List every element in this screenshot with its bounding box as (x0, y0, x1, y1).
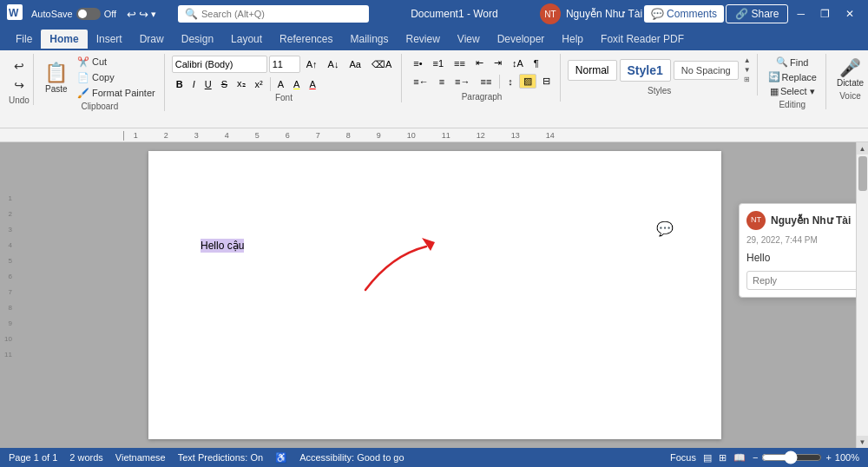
bold-button[interactable]: B (172, 77, 187, 91)
line-num-7: 7 (0, 284, 14, 299)
group-editing: 🔍 Find 🔄 Replace ▦ Select ▾ Editing (760, 54, 826, 109)
tab-mailings[interactable]: Mailings (341, 30, 397, 49)
decrease-font-button[interactable]: A↓ (324, 57, 344, 71)
styles-scroll-down[interactable]: ▼ (743, 65, 752, 75)
group-paragraph: ≡• ≡1 ≡≡ ⇤ ⇥ ↕A ¶ ≡← ≡ ≡→ ≡≡ ↕ ▨ ⊟ Parag… (404, 54, 561, 102)
group-undo: ↩ ↩ Undo (5, 54, 34, 105)
paste-button[interactable]: 📋 Paste (41, 60, 72, 95)
align-center-button[interactable]: ≡ (435, 75, 449, 89)
redo-button-ribbon[interactable]: ↩ (12, 76, 26, 94)
scroll-down-button[interactable]: ▼ (857, 436, 869, 448)
tab-developer[interactable]: Developer (489, 30, 554, 49)
subscript-button[interactable]: x₂ (233, 76, 250, 91)
superscript-button[interactable]: x² (251, 77, 267, 91)
view-layout-icon[interactable]: ▤ (703, 452, 712, 464)
autosave-toggle[interactable] (76, 8, 101, 20)
highlight-button[interactable]: A (289, 77, 304, 91)
tab-layout[interactable]: Layout (222, 30, 271, 49)
borders-button[interactable]: ⊟ (538, 74, 555, 89)
dictate-button[interactable]: 🎤 Dictate (833, 56, 867, 89)
clear-format-button[interactable]: ⌫A (367, 57, 396, 72)
zoom-in-icon[interactable]: + (825, 452, 831, 463)
tab-foxit[interactable]: Foxit Reader PDF (592, 30, 693, 49)
page-content[interactable]: Hello cậu 💬 NT Nguyễn Như Tài ✏️ ••• (148, 151, 721, 411)
cut-button[interactable]: ✂️ Cut (74, 56, 159, 69)
style-1[interactable]: Style1 (620, 59, 671, 82)
redo-button[interactable]: ↩ (139, 8, 148, 21)
focus-button[interactable]: Focus (670, 452, 696, 463)
styles-expand[interactable]: ⊞ (743, 75, 752, 84)
paste-area: 📋 Paste ✂️ Cut 📄 Copy 🖌️ Format Painter (41, 56, 159, 100)
view-grid-icon[interactable]: ⊞ (719, 452, 727, 464)
view-read-icon[interactable]: 📖 (733, 452, 746, 464)
justify-button[interactable]: ≡≡ (476, 75, 496, 89)
align-left-button[interactable]: ≡← (409, 75, 432, 89)
scroll-up-button[interactable]: ▲ (857, 142, 869, 155)
shading-button[interactable]: ▨ (519, 74, 536, 89)
multilevel-button[interactable]: ≡≡ (450, 56, 470, 70)
decrease-indent-button[interactable]: ⇤ (471, 56, 488, 70)
tab-design[interactable]: Design (173, 30, 222, 49)
tab-help[interactable]: Help (553, 30, 592, 49)
share-button[interactable]: 🔗 Share (726, 4, 788, 23)
tab-view[interactable]: View (449, 30, 489, 49)
style-normal[interactable]: Normal (568, 60, 617, 81)
font-color-button[interactable]: A (305, 77, 319, 91)
tab-review[interactable]: Review (398, 30, 449, 49)
document-paragraph[interactable]: Hello cậu (201, 238, 669, 253)
strikethrough-button[interactable]: S (217, 77, 232, 91)
undo-button[interactable]: ↩ (127, 8, 136, 21)
scrollbar-thumb[interactable] (858, 156, 867, 191)
autosave-group: AutoSave Off (31, 8, 116, 20)
close-button[interactable]: ✕ (838, 4, 861, 23)
line-spacing-button[interactable]: ↕ (503, 75, 517, 89)
search-bar: 🔍 (178, 5, 369, 23)
numbering-button[interactable]: ≡1 (429, 56, 449, 70)
tab-references[interactable]: References (271, 30, 341, 49)
font-size-input[interactable] (269, 56, 300, 73)
group-font: A↑ A↓ Aa ⌫A B I U S x₂ x² A A A Font (167, 54, 403, 102)
change-case-button[interactable]: Aa (345, 57, 365, 71)
zoom-out-icon[interactable]: − (753, 452, 758, 463)
italic-button[interactable]: I (188, 77, 200, 91)
restore-button[interactable]: ❐ (813, 4, 837, 23)
group-styles: Normal Style1 No Spacing ▲ ▼ ⊞ Styles (562, 54, 758, 95)
increase-indent-button[interactable]: ⇥ (490, 56, 506, 70)
undo-button-ribbon[interactable]: ↩ (12, 57, 26, 75)
dictate-icon: 🎤 (839, 57, 861, 78)
sort-button[interactable]: ↕A (508, 56, 528, 70)
more-tools-button[interactable]: ▾ (151, 9, 156, 20)
tab-draw[interactable]: Draw (131, 30, 173, 49)
ribbon-tabs: File Home Insert Draw Design Layout Refe… (0, 28, 868, 50)
underline-button[interactable]: U (201, 77, 216, 91)
font-family-input[interactable] (172, 56, 267, 73)
search-input[interactable] (201, 9, 340, 19)
styles-scroll-up[interactable]: ▲ (743, 56, 752, 65)
comment-reply-input[interactable] (746, 271, 856, 290)
show-formatting-button[interactable]: ¶ (529, 56, 543, 70)
increase-font-button[interactable]: A↑ (302, 57, 322, 71)
font-label: Font (172, 91, 397, 102)
select-button[interactable]: ▦ Select ▾ (766, 85, 819, 98)
tab-file[interactable]: File (7, 30, 41, 49)
share-icon: 🔗 (735, 8, 748, 20)
align-right-button[interactable]: ≡→ (450, 75, 474, 89)
comments-button[interactable]: 💬 Comments (644, 5, 724, 23)
minimize-button[interactable]: ─ (790, 4, 812, 23)
styles-label: Styles (568, 84, 752, 95)
comment-date: 29, 2022, 7:44 PM (746, 234, 856, 247)
tab-insert[interactable]: Insert (88, 30, 131, 49)
zoom-slider[interactable] (761, 451, 822, 464)
comments-label: Comments (667, 8, 717, 20)
copy-button[interactable]: 📄 Copy (74, 71, 159, 84)
find-button[interactable]: 🔍 Find (773, 56, 812, 69)
line-numbers: 1 2 3 4 5 6 7 8 9 10 11 (0, 142, 14, 448)
replace-button[interactable]: 🔄 Replace (765, 70, 820, 83)
line-num-9: 9 (0, 315, 14, 331)
bullets-button[interactable]: ≡• (409, 56, 426, 70)
text-effects-button[interactable]: A (273, 77, 288, 91)
style-no-spacing[interactable]: No Spacing (674, 61, 739, 80)
comment-icon[interactable]: 💬 (656, 219, 674, 240)
tab-home[interactable]: Home (41, 30, 87, 49)
format-painter-button[interactable]: 🖌️ Format Painter (74, 87, 159, 100)
